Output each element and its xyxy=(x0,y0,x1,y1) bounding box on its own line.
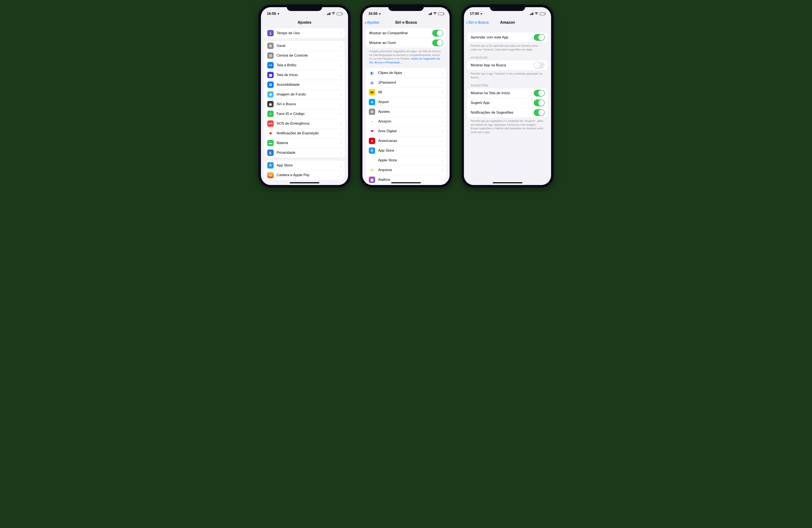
row-airport[interactable]: ✈ Airport › xyxy=(366,97,446,107)
row-label: App Store xyxy=(378,149,442,153)
row-label: Carteira e Apple Pay xyxy=(277,173,340,177)
chevron-right-icon: › xyxy=(442,80,443,85)
chevron-right-icon: › xyxy=(442,138,443,144)
row-mostrar-compartilhar[interactable]: Mostrar ao Compartilhar xyxy=(366,28,446,38)
row-clipes-apps[interactable]: ◧ Clipes de Apps › xyxy=(366,68,446,78)
toggle-switch[interactable] xyxy=(432,40,443,46)
chevron-right-icon: › xyxy=(340,111,342,116)
row-acessibilidade[interactable]: ✪ Acessibilidade › xyxy=(264,80,345,90)
hourglass-icon: ⌛ xyxy=(267,30,274,36)
back-button[interactable]: ‹ Siri e Busca xyxy=(466,20,489,25)
section-footer: Permitir que a Siri aprenda com base na … xyxy=(467,42,548,52)
chevron-right-icon: › xyxy=(340,163,342,168)
row-siri-busca[interactable]: ◉ Siri e Busca › xyxy=(264,99,345,109)
chevron-left-icon: ‹ xyxy=(365,20,366,25)
battery-icon xyxy=(540,13,545,15)
row-label: App Store xyxy=(277,163,340,167)
row-sos[interactable]: SOS SOS de Emergência › xyxy=(264,119,345,129)
chevron-right-icon: › xyxy=(340,92,342,97)
row-ame-digital[interactable]: ❤ Ame Digital › xyxy=(366,126,446,136)
row-sugerir-app[interactable]: Sugerir App xyxy=(467,98,548,108)
row-label: 1Password xyxy=(378,80,442,85)
row-americanas[interactable]: a Americanas › xyxy=(366,136,446,146)
home-indicator[interactable] xyxy=(290,182,319,183)
ame-icon: ❤ xyxy=(369,128,375,134)
chevron-right-icon: › xyxy=(442,148,443,153)
chevron-right-icon: › xyxy=(340,102,342,107)
row-amazon[interactable]: ⌣ Amazon › xyxy=(366,117,446,126)
chevron-right-icon: › xyxy=(442,90,443,95)
back-button[interactable]: ‹ Ajustes xyxy=(365,20,379,25)
home-indicator[interactable] xyxy=(493,182,522,183)
status-time: 16:55 xyxy=(267,12,276,16)
row-notif-sugestoes[interactable]: Notificações de Sugestões xyxy=(467,108,548,117)
toggle-switch[interactable] xyxy=(534,62,545,69)
row-label: Sugerir App xyxy=(471,101,534,105)
section-header: AO BUSCAR xyxy=(467,52,548,60)
row-mostrar-tela-inicio[interactable]: Mostrar na Tela de Início xyxy=(467,88,548,98)
status-time: 16:55 xyxy=(368,12,377,16)
nav-bar: ‹ Ajustes Siri e Busca xyxy=(362,17,450,28)
chevron-right-icon: › xyxy=(340,63,342,68)
accessibility-icon: ✪ xyxy=(267,81,274,88)
row-imagem-fundo[interactable]: ❀ Imagem de Fundo › xyxy=(264,90,345,99)
row-label: Americanas xyxy=(378,139,442,143)
row-bateria[interactable]: ▬ Bateria › xyxy=(264,138,345,148)
row-label: Mostrar App na Busca xyxy=(471,63,534,67)
toggle-switch[interactable] xyxy=(432,30,443,36)
row-label: Amazon xyxy=(378,119,442,123)
row-mostrar-busca[interactable]: Mostrar App na Busca xyxy=(467,60,548,70)
row-label: Mostrar ao Ouvir xyxy=(369,41,432,45)
toggle-switch[interactable] xyxy=(534,109,545,116)
section-footer: Permitir que o app "Amazon" e seu conteú… xyxy=(467,70,548,80)
toggle-switch[interactable] xyxy=(534,90,545,96)
row-geral[interactable]: ⚙ Geral › xyxy=(264,41,345,51)
chevron-right-icon: › xyxy=(340,82,342,87)
toggle-switch[interactable] xyxy=(534,34,545,41)
row-faceid[interactable]: ☺ Face ID e Código › xyxy=(264,109,345,119)
row-privacidade[interactable]: ✋ Privacidade › xyxy=(264,148,345,157)
row-tela-brilho[interactable]: AA Tela e Brilho › xyxy=(264,60,345,70)
content-scroll[interactable]: Mostrar ao Compartilhar Mostrar ao Ouvir… xyxy=(362,28,450,185)
section-footer: Permitir que as sugestões e o conteúdo d… xyxy=(467,117,548,135)
row-exposicao[interactable]: ✺ Notificações de Exposição › xyxy=(264,129,345,138)
row-carteira[interactable]: ▭ Carteira e Apple Pay › xyxy=(264,170,345,180)
row-ajustes-app[interactable]: ⚙ Ajustes › xyxy=(366,107,446,117)
row-1password[interactable]: ◎ 1Password › xyxy=(366,78,446,88)
chevron-right-icon: › xyxy=(340,131,342,136)
row-app-store[interactable]: A App Store › xyxy=(264,161,345,170)
toggle-switch[interactable] xyxy=(534,100,545,106)
battery-icon xyxy=(337,13,342,15)
chevron-right-icon: › xyxy=(442,119,443,124)
content-scroll[interactable]: Aprender com este App Permitir que a Sir… xyxy=(464,28,551,185)
americanas-icon: a xyxy=(369,138,375,144)
row-central-controle[interactable]: ⊟ Central de Controle › xyxy=(264,51,345,60)
home-indicator[interactable] xyxy=(391,182,421,183)
row-app-store[interactable]: A App Store › xyxy=(366,146,446,155)
row-label: Acessibilidade xyxy=(277,82,340,87)
location-icon: ➤ xyxy=(277,12,280,15)
row-tela-inicio[interactable]: ▦ Tela de Início › xyxy=(264,70,345,80)
signal-icon xyxy=(429,13,432,15)
row-mostrar-ouvir[interactable]: Mostrar ao Ouvir xyxy=(366,38,446,48)
notch xyxy=(490,4,525,11)
row-99[interactable]: 99 99 › xyxy=(366,88,446,97)
appclip-icon: ◧ xyxy=(369,70,375,76)
chevron-right-icon: › xyxy=(442,129,443,134)
chevron-left-icon: ‹ xyxy=(466,20,468,25)
content-scroll[interactable]: ⌛ Tempo de Uso › ⚙ Geral › ⊟ Central de … xyxy=(261,28,348,185)
nav-bar: ‹ Siri e Busca Amazon xyxy=(464,17,551,28)
phone-frame-3: 17:00 ➤ ‹ Siri e Busca Amazon Aprender c… xyxy=(461,4,554,188)
screen: 16:55 ➤ ‹ Ajustes Siri e Busca Mostrar a… xyxy=(362,7,450,185)
row-tempo-de-uso[interactable]: ⌛ Tempo de Uso › xyxy=(264,28,345,38)
1password-icon: ◎ xyxy=(369,79,375,86)
chevron-right-icon: › xyxy=(442,177,443,182)
row-apple-store[interactable]: 🛍 Apple Store › xyxy=(366,155,446,165)
battery-row-icon: ▬ xyxy=(267,140,274,146)
row-arquivos[interactable]: 📁 Arquivos › xyxy=(366,165,446,175)
row-label: Clipes de Apps xyxy=(378,71,442,75)
row-label: Atalhos xyxy=(378,178,442,182)
row-aprender-app[interactable]: Aprender com este App xyxy=(467,32,548,42)
flower-icon: ❀ xyxy=(267,91,274,97)
chevron-right-icon: › xyxy=(340,121,342,126)
